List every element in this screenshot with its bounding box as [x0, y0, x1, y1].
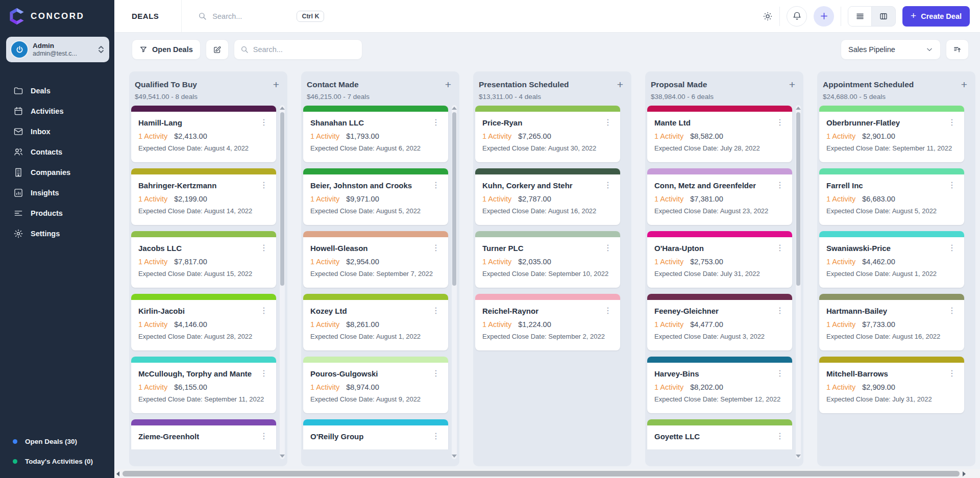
- board-horizontal-scrollbar[interactable]: [114, 469, 980, 478]
- create-deal-button[interactable]: + Create Deal: [902, 6, 970, 27]
- deal-card[interactable]: Pouros-Gulgowski⋮ 1 Activity$8,974.00 Ex…: [303, 357, 448, 413]
- deal-activity[interactable]: 1 Activity: [138, 258, 167, 266]
- deal-name[interactable]: Jacobs LLC: [138, 244, 182, 253]
- card-menu-icon[interactable]: ⋮: [603, 307, 613, 315]
- deal-name[interactable]: Shanahan LLC: [310, 118, 364, 127]
- card-menu-icon[interactable]: ⋮: [775, 307, 785, 315]
- deal-card[interactable]: Swaniawski-Price⋮ 1 Activity$4,462.00 Ex…: [819, 231, 964, 288]
- add-deal-icon[interactable]: +: [959, 79, 969, 90]
- deal-card[interactable]: Zieme-Greenholt⋮: [131, 419, 276, 449]
- deal-card[interactable]: Reichel-Raynor⋮ 1 Activity$1,224.00 Expe…: [475, 294, 620, 350]
- card-menu-icon[interactable]: ⋮: [603, 244, 613, 252]
- deal-activity[interactable]: 1 Activity: [138, 320, 167, 329]
- card-menu-icon[interactable]: ⋮: [431, 307, 441, 315]
- deal-name[interactable]: Hartmann-Bailey: [826, 307, 887, 315]
- deal-name[interactable]: Mitchell-Barrows: [826, 369, 888, 378]
- deal-activity[interactable]: 1 Activity: [310, 132, 339, 140]
- column-scrollbar[interactable]: [796, 105, 801, 459]
- deal-card[interactable]: Oberbrunner-Flatley⋮ 1 Activity$2,901.00…: [819, 106, 964, 162]
- deal-activity[interactable]: 1 Activity: [310, 195, 339, 203]
- notifications-button[interactable]: [787, 6, 807, 27]
- open-deals-shortcut[interactable]: Open Deals (30): [0, 433, 114, 450]
- deal-card[interactable]: Kirlin-Jacobi⋮ 1 Activity$4,146.00 Expec…: [131, 294, 276, 350]
- deal-name[interactable]: McCullough, Torphy and Mante: [138, 369, 252, 378]
- deal-activity[interactable]: 1 Activity: [310, 258, 339, 266]
- card-menu-icon[interactable]: ⋮: [947, 307, 957, 315]
- edit-filters-button[interactable]: [206, 39, 229, 60]
- sidebar-item-insights[interactable]: Insights: [0, 184, 114, 202]
- deal-name[interactable]: Mante Ltd: [654, 118, 691, 127]
- deal-name[interactable]: Bahringer-Kertzmann: [138, 181, 216, 190]
- deal-card[interactable]: Feeney-Gleichner⋮ 1 Activity$4,477.00 Ex…: [647, 294, 792, 350]
- card-menu-icon[interactable]: ⋮: [775, 118, 785, 127]
- deal-activity[interactable]: 1 Activity: [310, 320, 339, 329]
- deal-activity[interactable]: 1 Activity: [138, 132, 167, 140]
- deal-name[interactable]: O'Hara-Upton: [654, 244, 704, 253]
- deals-search-input[interactable]: [253, 45, 356, 54]
- deal-card[interactable]: McCullough, Torphy and Mante⋮ 1 Activity…: [131, 357, 276, 413]
- theme-toggle-button[interactable]: [763, 11, 773, 21]
- deal-card[interactable]: Hamill-Lang⋮ 1 Activity$2,413.00 Expecte…: [131, 106, 276, 162]
- deal-name[interactable]: Price-Ryan: [482, 118, 522, 127]
- deal-name[interactable]: Turner PLC: [482, 244, 524, 253]
- todays-activities-shortcut[interactable]: Today's Activities (0): [0, 453, 114, 470]
- scroll-left-arrow-icon[interactable]: [116, 471, 119, 476]
- deal-card[interactable]: Mitchell-Barrows⋮ 1 Activity$2,909.00 Ex…: [819, 357, 964, 413]
- sidebar-item-products[interactable]: Products: [0, 204, 114, 222]
- sidebar-item-settings[interactable]: Settings: [0, 224, 114, 243]
- deal-card[interactable]: Harvey-Bins⋮ 1 Activity$8,202.00 Expecte…: [647, 357, 792, 413]
- scrollbar-thumb[interactable]: [122, 471, 960, 476]
- deal-activity[interactable]: 1 Activity: [654, 132, 683, 140]
- user-menu[interactable]: Admin admin@test.c...: [6, 37, 109, 62]
- sidebar-item-companies[interactable]: Companies: [0, 163, 114, 182]
- deal-card[interactable]: Farrell Inc⋮ 1 Activity$6,683.00 Expecte…: [819, 168, 964, 225]
- card-menu-icon[interactable]: ⋮: [431, 118, 441, 127]
- quick-create-button[interactable]: [814, 6, 834, 27]
- deal-name[interactable]: Harvey-Bins: [654, 369, 699, 378]
- sidebar-item-inbox[interactable]: Inbox: [0, 122, 114, 141]
- deal-name[interactable]: Swaniawski-Price: [826, 244, 891, 253]
- card-menu-icon[interactable]: ⋮: [259, 181, 269, 189]
- deal-card[interactable]: Kuhn, Corkery and Stehr⋮ 1 Activity$2,78…: [475, 168, 620, 225]
- deal-name[interactable]: Oberbrunner-Flatley: [826, 118, 900, 127]
- deal-name[interactable]: Kozey Ltd: [310, 307, 347, 315]
- deal-card[interactable]: Goyette LLC⋮: [647, 419, 792, 449]
- column-scrollbar[interactable]: [280, 105, 285, 459]
- deal-name[interactable]: Goyette LLC: [654, 432, 700, 441]
- card-menu-icon[interactable]: ⋮: [603, 118, 613, 127]
- add-deal-icon[interactable]: +: [271, 79, 281, 90]
- deal-activity[interactable]: 1 Activity: [138, 195, 167, 203]
- global-search[interactable]: Search... Ctrl K: [198, 11, 324, 22]
- card-menu-icon[interactable]: ⋮: [775, 369, 785, 378]
- deal-name[interactable]: Feeney-Gleichner: [654, 307, 719, 315]
- column-scrollbar[interactable]: [452, 105, 457, 459]
- deal-activity[interactable]: 1 Activity: [826, 132, 855, 140]
- deal-name[interactable]: Zieme-Greenholt: [138, 432, 199, 441]
- deal-card[interactable]: O'Reilly Group⋮: [303, 419, 448, 449]
- card-menu-icon[interactable]: ⋮: [259, 244, 269, 252]
- card-menu-icon[interactable]: ⋮: [259, 369, 269, 378]
- deal-name[interactable]: Hamill-Lang: [138, 118, 182, 127]
- deal-activity[interactable]: 1 Activity: [654, 383, 683, 391]
- card-menu-icon[interactable]: ⋮: [259, 307, 269, 315]
- sidebar-item-deals[interactable]: Deals: [0, 82, 114, 100]
- deal-card[interactable]: Bahringer-Kertzmann⋮ 1 Activity$2,199.00…: [131, 168, 276, 225]
- card-menu-icon[interactable]: ⋮: [947, 118, 957, 127]
- deal-name[interactable]: Farrell Inc: [826, 181, 863, 190]
- filter-button[interactable]: Open Deals: [132, 39, 201, 60]
- deal-card[interactable]: Hartmann-Bailey⋮ 1 Activity$7,733.00 Exp…: [819, 294, 964, 350]
- deal-name[interactable]: Kuhn, Corkery and Stehr: [482, 181, 573, 190]
- deal-name[interactable]: Reichel-Raynor: [482, 307, 538, 315]
- deal-card[interactable]: Howell-Gleason⋮ 1 Activity$2,954.00 Expe…: [303, 231, 448, 288]
- card-menu-icon[interactable]: ⋮: [775, 244, 785, 252]
- card-menu-icon[interactable]: ⋮: [259, 118, 269, 127]
- deal-card[interactable]: Beier, Johnston and Crooks⋮ 1 Activity$9…: [303, 168, 448, 225]
- pipeline-select[interactable]: Sales Pipeline: [841, 39, 941, 60]
- deal-activity[interactable]: 1 Activity: [654, 320, 683, 329]
- deal-activity[interactable]: 1 Activity: [826, 258, 855, 266]
- add-deal-icon[interactable]: +: [615, 79, 625, 90]
- deal-name[interactable]: Howell-Gleason: [310, 244, 368, 253]
- card-menu-icon[interactable]: ⋮: [775, 432, 785, 440]
- card-menu-icon[interactable]: ⋮: [947, 244, 957, 252]
- add-deal-icon[interactable]: +: [443, 79, 453, 90]
